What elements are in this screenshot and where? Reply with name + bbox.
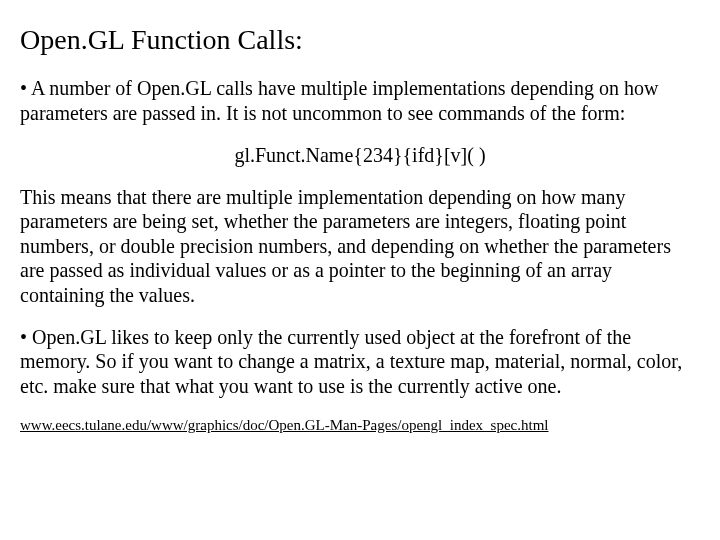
explanation-paragraph: This means that there are multiple imple… [20, 185, 700, 307]
slide-title: Open.GL Function Calls: [20, 24, 700, 56]
code-pattern-line: gl.Funct.Name{234}{ifd}[v]( ) [20, 143, 700, 167]
bullet-paragraph-1: • A number of Open.GL calls have multipl… [20, 76, 700, 125]
document-page: Open.GL Function Calls: • A number of Op… [0, 0, 720, 434]
bullet-paragraph-2: • Open.GL likes to keep only the current… [20, 325, 700, 398]
footer-link-text: www.eecs.tulane.edu/www/graphics/doc/Ope… [20, 416, 700, 434]
